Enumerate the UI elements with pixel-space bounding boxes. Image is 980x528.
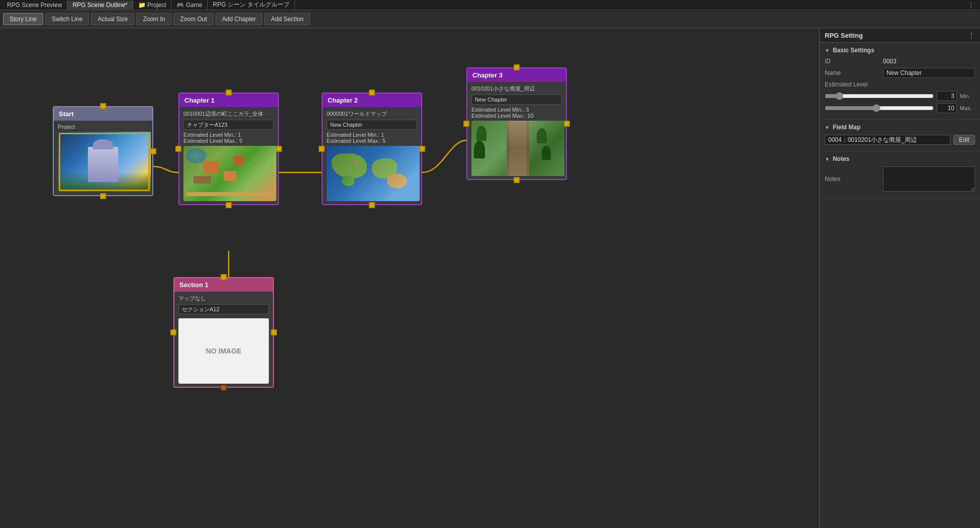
ch3-connector-top[interactable] bbox=[514, 64, 520, 70]
basic-settings-arrow: ▼ bbox=[825, 48, 830, 53]
chapter1-node: Chapter 1 0010001辺境の町ここカラ_全体 Estimated L… bbox=[178, 93, 279, 205]
sec1-no-image: NO IMAGE bbox=[178, 318, 269, 384]
ch3-connector-bottom[interactable] bbox=[514, 177, 520, 183]
start-node-title: Start bbox=[59, 110, 74, 118]
id-value: 0003 bbox=[883, 58, 975, 65]
main-area: Start Project bbox=[0, 28, 980, 528]
chapter2-node: Chapter 2 0000001ワールドマップ Estimated Level… bbox=[322, 93, 422, 205]
ch2-map-id: 0000001ワールドマップ bbox=[327, 110, 417, 118]
chapter3-node: Chapter 3 0010201小さな廃屋_周辺 Estimated Leve… bbox=[466, 67, 567, 180]
switch-line-button[interactable]: Switch Line bbox=[45, 13, 89, 25]
ch1-title: Chapter 1 bbox=[184, 97, 215, 104]
ch1-map-id: 0010001辺境の町ここカラ_全体 bbox=[183, 110, 274, 118]
ch1-text-input[interactable] bbox=[183, 120, 274, 130]
tab-scene-outline[interactable]: RPG Scene Outline* bbox=[67, 1, 133, 10]
ch2-connector-left[interactable] bbox=[319, 146, 325, 152]
id-label: ID bbox=[825, 58, 880, 65]
add-chapter-button[interactable]: Add Chapter bbox=[216, 13, 262, 25]
level-min-slider[interactable] bbox=[825, 92, 934, 100]
tab-scene-preview[interactable]: RPG Scene Preview bbox=[2, 1, 67, 10]
sec1-header: Section 1 bbox=[174, 278, 273, 292]
start-connector-bottom[interactable] bbox=[100, 193, 106, 199]
field-map-header: ▼ Field Map bbox=[825, 124, 975, 131]
basic-settings-header: ▼ Basic Settings bbox=[825, 47, 975, 54]
right-panel: RPG Setting ⋮ ▼ Basic Settings ID 0003 N… bbox=[819, 28, 980, 528]
min-label: Min. bbox=[960, 93, 975, 99]
story-line-button[interactable]: Story Line bbox=[3, 13, 43, 25]
level-min-value[interactable] bbox=[937, 91, 957, 101]
toolbar: Story Line Switch Line Actual Size Zoom … bbox=[0, 10, 980, 28]
start-connector-right[interactable] bbox=[150, 148, 156, 154]
actual-size-button[interactable]: Actual Size bbox=[91, 13, 134, 25]
ch3-level-info: Estimated Level Min.: 3Estimated Level M… bbox=[471, 107, 562, 119]
field-map-input[interactable] bbox=[825, 135, 950, 145]
level-max-row: Max. bbox=[825, 103, 975, 113]
notes-section-label: Notes bbox=[833, 155, 849, 162]
ch3-title: Chapter 3 bbox=[472, 71, 503, 79]
notes-arrow: ▼ bbox=[825, 156, 830, 162]
rp-more-icon[interactable]: ⋮ bbox=[968, 31, 975, 39]
zoom-in-button[interactable]: Zoom In bbox=[136, 13, 171, 25]
field-map-section: ▼ Field Map Edit bbox=[820, 120, 980, 151]
rp-title: RPG Setting bbox=[825, 32, 863, 39]
ch3-connector-left[interactable] bbox=[463, 121, 469, 127]
ch3-header: Chapter 3 bbox=[467, 68, 566, 82]
ch1-connector-bottom[interactable] bbox=[226, 202, 232, 208]
tab-game[interactable]: 🎮 Game bbox=[171, 1, 208, 10]
node-canvas[interactable]: Start Project bbox=[0, 28, 819, 528]
ch1-level-info: Estimated Level Min.: 1Estimated Level M… bbox=[183, 132, 274, 144]
start-subtitle: Project bbox=[58, 124, 148, 130]
sec1-map-id: マップなし bbox=[178, 295, 269, 302]
field-map-label: Field Map bbox=[833, 124, 860, 131]
name-row: Name bbox=[825, 68, 975, 78]
top-tab-bar: RPG Scene Preview RPG Scene Outline* 📁 P… bbox=[0, 0, 980, 10]
field-map-arrow: ▼ bbox=[825, 125, 830, 130]
rp-header: RPG Setting ⋮ bbox=[820, 28, 980, 43]
ch3-connector-right[interactable] bbox=[564, 121, 570, 127]
estimated-level-label: Estimated Level bbox=[825, 81, 880, 88]
sec1-connector-top[interactable] bbox=[221, 274, 227, 280]
ch3-map-id: 0010201小さな廃屋_周辺 bbox=[471, 85, 562, 93]
basic-settings-label: Basic Settings bbox=[833, 47, 874, 54]
tab-tile-group[interactable]: RPG シーン タイルグループ bbox=[208, 0, 295, 10]
no-image-label: NO IMAGE bbox=[206, 347, 242, 355]
estimated-level-row: Estimated Level bbox=[825, 81, 975, 88]
notes-textarea[interactable] bbox=[883, 166, 975, 192]
ch1-connector-right[interactable] bbox=[276, 146, 282, 152]
sec1-connector-left[interactable] bbox=[170, 329, 176, 335]
ch1-header: Chapter 1 bbox=[179, 94, 278, 107]
add-section-button[interactable]: Add Section bbox=[264, 13, 310, 25]
notes-row: Notes bbox=[825, 166, 975, 192]
ch2-connector-right[interactable] bbox=[419, 146, 425, 152]
field-map-edit-button[interactable]: Edit bbox=[953, 135, 975, 145]
field-map-row: Edit bbox=[825, 135, 975, 145]
basic-settings-section: ▼ Basic Settings ID 0003 Name Estimated … bbox=[820, 43, 980, 120]
start-node-header: Start bbox=[54, 107, 152, 121]
notes-label: Notes bbox=[825, 175, 880, 183]
notes-header: ▼ Notes bbox=[825, 155, 975, 162]
start-node: Start Project bbox=[53, 106, 153, 196]
sec1-connector-bottom[interactable] bbox=[221, 385, 227, 391]
topbar-more-icon[interactable]: ⋮ bbox=[964, 1, 978, 10]
name-label: Name bbox=[825, 69, 880, 76]
sec1-connector-right[interactable] bbox=[271, 329, 277, 335]
ch2-text-input[interactable] bbox=[327, 120, 417, 130]
ch3-text-input[interactable] bbox=[471, 95, 562, 105]
name-input[interactable] bbox=[883, 68, 975, 78]
ch2-header: Chapter 2 bbox=[323, 94, 421, 107]
ch1-connector-left[interactable] bbox=[175, 146, 181, 152]
level-max-slider[interactable] bbox=[825, 104, 934, 112]
id-row: ID 0003 bbox=[825, 58, 975, 65]
ch2-connector-top[interactable] bbox=[369, 90, 375, 96]
zoom-out-button[interactable]: Zoom Out bbox=[173, 13, 213, 25]
start-connector-top[interactable] bbox=[100, 103, 106, 109]
ch2-connector-bottom[interactable] bbox=[369, 202, 375, 208]
level-max-value[interactable] bbox=[937, 103, 957, 113]
ch1-connector-top[interactable] bbox=[226, 90, 232, 96]
sec1-text-input[interactable] bbox=[178, 304, 269, 314]
tab-project[interactable]: 📁 Project bbox=[133, 1, 172, 10]
ch2-level-info: Estimated Level Min.: 1Estimated Level M… bbox=[327, 132, 417, 144]
section1-node: Section 1 マップなし NO IMAGE bbox=[173, 277, 274, 388]
sec1-title: Section 1 bbox=[179, 281, 209, 289]
level-min-row: Min. bbox=[825, 91, 975, 101]
